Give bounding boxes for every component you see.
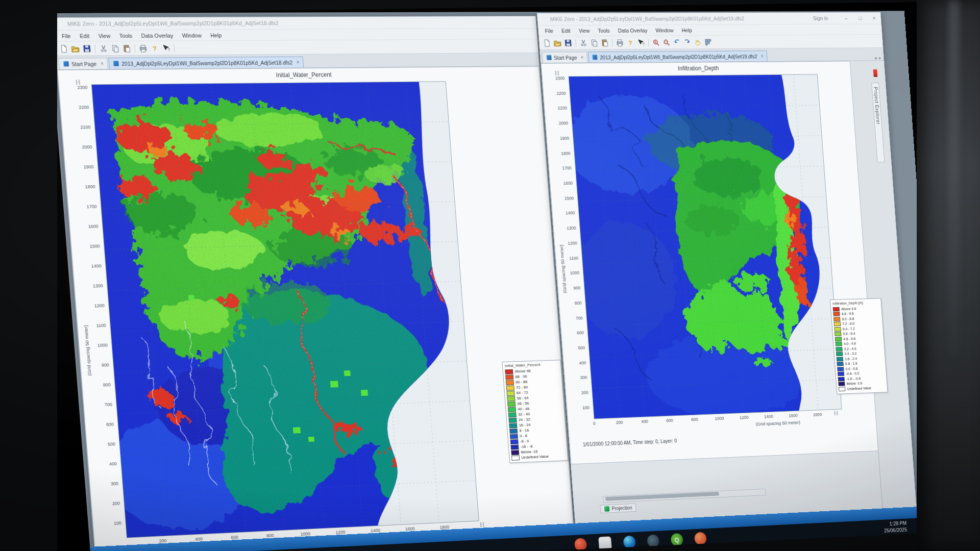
legend-swatch — [838, 382, 845, 386]
horizontal-scrollbar[interactable] — [603, 489, 766, 503]
svg-text:?: ? — [642, 41, 645, 46]
tab-2013-adjdpl2p5leydpl1wil-balswamp2pl2d1p[interactable]: 2013_AdjDpl2p5LeyDpl1Wil_BalSwamp2pl2D1p… — [588, 51, 768, 62]
menu-tools[interactable]: Tools — [594, 27, 614, 34]
zoom-in-button[interactable] — [651, 37, 660, 47]
edge-browser-icon[interactable] — [623, 536, 636, 549]
app-red-icon[interactable] — [574, 538, 587, 551]
cut-button[interactable] — [98, 43, 109, 54]
menu-file[interactable]: File — [57, 32, 75, 40]
context-help-button[interactable]: ? — [161, 43, 172, 53]
new-document-button[interactable] — [542, 38, 552, 47]
legend-swatch — [837, 362, 844, 366]
close-tab-icon[interactable]: × — [580, 55, 583, 60]
legend-swatch — [507, 396, 515, 401]
menu-data-overlay[interactable]: Data Overlay — [614, 27, 651, 35]
x-tick-label: 200 — [619, 420, 620, 425]
x-tick-label: 1600 — [793, 413, 794, 418]
print-icon — [139, 44, 148, 52]
legend-class-label: 16 - 24 — [519, 422, 530, 428]
copy-button[interactable] — [110, 43, 120, 54]
app-orange-icon[interactable] — [694, 532, 707, 545]
menu-edit[interactable]: Edit — [557, 27, 574, 34]
menu-tools[interactable]: Tools — [115, 32, 136, 40]
sign-in-button[interactable]: Sign in — [813, 15, 828, 21]
menu-data-overlay[interactable]: Data Overlay — [137, 31, 178, 39]
x-tick-label: 0 — [594, 421, 595, 426]
initial-water-map[interactable] — [91, 81, 479, 538]
save-icon — [83, 44, 91, 53]
legend-class-label: Above 9.6 — [841, 306, 856, 311]
close-tab-icon[interactable]: × — [761, 54, 764, 59]
paste-button[interactable] — [121, 43, 132, 53]
print-button[interactable] — [615, 38, 625, 47]
zoom-out-icon — [663, 38, 670, 46]
menu-window[interactable]: Window — [652, 26, 677, 34]
y-tick-label: 100 — [114, 523, 121, 523]
paste-button[interactable] — [600, 38, 609, 47]
zoom-next-button[interactable] — [682, 37, 692, 47]
tab-scroll-right-icon[interactable]: ▸ — [879, 56, 881, 60]
tab-2013-adjdpl2p5leydpl1wil-balswamp2pl2d1p[interactable]: 2013_AdjDpl2p5LeyDpl1Wil_BalSwamp2pl2D1p… — [109, 57, 304, 69]
open-button[interactable] — [552, 38, 562, 47]
mike-zero-app-icon — [58, 20, 65, 27]
legend-swatch — [832, 307, 840, 311]
copy-button[interactable] — [589, 38, 599, 47]
legend-class-label: 48 - 56 — [517, 401, 529, 406]
menu-file[interactable]: File — [541, 27, 557, 34]
x-tick-label: 1000 — [719, 416, 720, 421]
cut-button[interactable] — [578, 38, 589, 47]
right-titlebar[interactable]: MIKE Zero - 2013_AdjDpl2p5LeyDpl1Wil_Bal… — [537, 12, 881, 25]
legend-class-label: -1.6 - -0.8 — [846, 376, 861, 381]
clock-date: 25/06/2025 — [884, 526, 908, 534]
menu-help[interactable]: Help — [678, 26, 696, 34]
legend-swatch — [508, 412, 517, 417]
paste-icon — [122, 44, 131, 52]
zoom-previous-button[interactable] — [672, 37, 682, 47]
right-xaxis-end-label: [-] — [834, 411, 838, 416]
taskbar-clock[interactable]: 1:28 PM 25/06/2025 — [884, 519, 908, 534]
zoom-out-button[interactable] — [662, 37, 671, 47]
menu-window[interactable]: Window — [178, 31, 206, 39]
tab-start-page[interactable]: Start Page× — [58, 58, 108, 69]
menu-view[interactable]: View — [94, 32, 114, 40]
close-tab-icon[interactable]: × — [296, 60, 299, 65]
grid-view-button[interactable] — [703, 37, 713, 47]
projection-statusbar-item[interactable]: Projection — [600, 504, 636, 513]
scrollbar-thumb[interactable] — [605, 492, 719, 501]
menu-help[interactable]: Help — [206, 31, 226, 39]
tab-scroll-left-icon[interactable]: ◂ — [874, 56, 877, 60]
new-document-button[interactable] — [58, 43, 69, 54]
save-button[interactable] — [82, 43, 92, 54]
print-button[interactable] — [138, 43, 149, 53]
close-button[interactable]: × — [871, 15, 877, 21]
mike-zero-window-right: MIKE Zero - 2013_AdjDpl2p5LeyDpl1Wil_Bal… — [536, 12, 917, 524]
menu-view[interactable]: View — [575, 27, 594, 34]
infiltration-map[interactable] — [568, 74, 842, 419]
legend-class-label: 32 - 40 — [518, 412, 530, 417]
x-tick-label: 400 — [645, 419, 645, 423]
document-icon — [113, 61, 119, 66]
context-help-button[interactable]: ? — [636, 37, 646, 47]
x-tick-label: 200 — [163, 538, 163, 543]
legend-class-label: 40 - 48 — [518, 407, 529, 411]
globe-app-icon[interactable] — [647, 534, 659, 547]
legend-swatch — [510, 439, 519, 444]
pan-button[interactable] — [693, 37, 702, 47]
open-button[interactable] — [70, 43, 81, 54]
close-tab-icon[interactable]: × — [101, 61, 104, 66]
tab-start-page[interactable]: Start Page× — [542, 52, 588, 63]
tab-label: 2013_AdjDpl2p5LeyDpl1Wil_BalSwamp2pl2D1p… — [600, 53, 757, 60]
app-notes-icon[interactable] — [598, 536, 612, 550]
help-button[interactable]: ? — [149, 43, 160, 53]
help-button[interactable]: ? — [625, 38, 635, 47]
menu-edit[interactable]: Edit — [76, 32, 94, 40]
legend-swatch — [506, 385, 514, 390]
right-window-title: MIKE Zero - 2013_AdjDpl2p5LeyDpl1Wil_Bal… — [550, 16, 744, 22]
minimize-button[interactable]: – — [843, 15, 849, 21]
save-button[interactable] — [563, 38, 573, 47]
legend-swatch — [506, 380, 514, 385]
legend-swatch — [508, 407, 516, 412]
qgis-icon[interactable]: Q — [671, 533, 683, 546]
legend-swatch — [836, 347, 843, 352]
maximize-button[interactable]: □ — [857, 15, 864, 21]
